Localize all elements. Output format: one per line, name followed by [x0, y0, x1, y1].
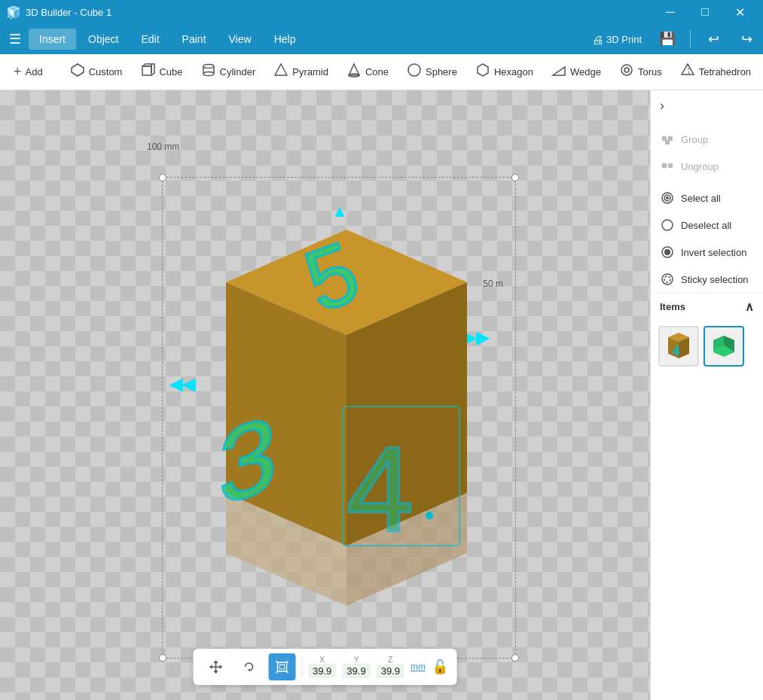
menu-view[interactable]: View [218, 29, 262, 50]
titlebar-controls: ─ □ ✕ [653, 0, 757, 24]
y-value: 39.9 [342, 664, 370, 678]
cone-icon [346, 62, 362, 81]
rotate-tool-button[interactable] [235, 653, 262, 680]
ungroup-button[interactable]: Ungroup [651, 153, 763, 180]
toolbar-pyramid[interactable]: Pyramid [266, 58, 336, 86]
menu-help[interactable]: Help [264, 29, 307, 50]
selection-handle-br[interactable] [511, 654, 519, 662]
svg-rect-37 [662, 163, 667, 168]
ungroup-label: Ungroup [681, 161, 719, 172]
maximize-button[interactable]: □ [688, 0, 722, 24]
redo-button[interactable]: ↪ [733, 29, 760, 50]
menu-edit[interactable]: Edit [130, 29, 169, 50]
sticky-selection-icon [660, 272, 675, 287]
titlebar-left: 🧊 3D Builder - Cube 1 [6, 5, 111, 20]
lock-button[interactable]: 🔓 [432, 659, 448, 675]
items-grid: 4 [651, 320, 763, 373]
ruler-horizontal: 100 mm [147, 142, 179, 152]
selection-handle-bl[interactable] [159, 654, 166, 662]
items-collapse-icon[interactable]: ∧ [745, 300, 754, 314]
scale-tool-button[interactable] [268, 653, 295, 680]
menu-insert[interactable]: Insert [29, 29, 76, 50]
sphere-label: Sphere [426, 66, 457, 78]
toolbar-cone[interactable]: Cone [339, 58, 396, 86]
group-icon [660, 132, 675, 147]
tetrahedron-icon [680, 62, 695, 81]
deselect-all-button[interactable]: Deselect all [651, 212, 763, 239]
minimize-button[interactable]: ─ [653, 0, 688, 24]
svg-point-45 [662, 274, 673, 285]
cube-container: 5 3 4 [162, 188, 516, 655]
toolbar-tetrahedron[interactable]: Tetrahedron [673, 58, 758, 86]
svg-marker-12 [478, 64, 488, 76]
deselect-all-label: Deselect all [681, 220, 731, 231]
svg-text:4: 4 [346, 422, 414, 556]
svg-marker-8 [275, 64, 287, 75]
deselect-all-icon [660, 218, 675, 233]
item-thumb-2[interactable] [703, 326, 744, 367]
torus-icon [619, 62, 634, 81]
add-label: Add [26, 66, 43, 78]
items-label: Items [660, 301, 685, 312]
group-button[interactable]: Group [651, 126, 763, 153]
sticky-selection-button[interactable]: Sticky selection [651, 266, 763, 293]
save-button[interactable]: 💾 [654, 29, 681, 50]
hexagon-label: Hexagon [494, 66, 533, 78]
ungroup-icon [660, 159, 675, 174]
toolbar-torus[interactable]: Torus [612, 58, 670, 86]
svg-line-31 [286, 661, 288, 662]
add-button[interactable]: + Add [6, 59, 50, 84]
select-all-icon [660, 190, 675, 205]
hexagon-icon [475, 62, 490, 81]
panel-section-group: Group Ungroup [651, 121, 763, 184]
main-area: 100 mm 50 m ▲ ▶▶ ◀◀ [0, 90, 763, 700]
selection-handle-tl[interactable] [159, 174, 166, 181]
toolbar-sphere[interactable]: Sphere [399, 58, 465, 86]
cube-icon [140, 62, 155, 81]
svg-point-42 [662, 220, 673, 230]
z-coord-group: Z 39.9 [377, 656, 404, 678]
hamburger-menu[interactable]: ☰ [3, 28, 27, 50]
svg-point-27 [426, 512, 433, 519]
svg-point-11 [408, 64, 420, 76]
svg-text:3: 3 [218, 391, 277, 528]
svg-point-41 [666, 196, 669, 199]
wedge-label: Wedge [570, 66, 601, 78]
canvas-area[interactable]: 100 mm 50 m ▲ ▶▶ ◀◀ [0, 90, 650, 700]
move-tool-button[interactable] [202, 653, 229, 680]
selection-handle-tr[interactable] [511, 174, 519, 181]
toolbar-wedge[interactable]: Wedge [544, 58, 609, 86]
menu-paint[interactable]: Paint [172, 29, 217, 50]
item-thumb-1[interactable]: 4 [658, 326, 699, 367]
toolbar-hexagon[interactable]: Hexagon [468, 58, 541, 86]
select-all-button[interactable]: Select all [651, 184, 763, 212]
z-label: Z [388, 656, 392, 664]
svg-marker-0 [72, 64, 84, 76]
x-label: X [319, 656, 325, 664]
y-coord-group: Y 39.9 [342, 656, 370, 678]
pyramid-icon [273, 62, 288, 81]
svg-rect-1 [142, 66, 151, 75]
toolbar-custom[interactable]: Custom [63, 58, 130, 86]
unit-label[interactable]: mm [410, 662, 426, 672]
close-button[interactable]: ✕ [722, 0, 757, 24]
titlebar: 🧊 3D Builder - Cube 1 ─ □ ✕ [0, 0, 763, 24]
toolbar-cylinder[interactable]: Cylinder [194, 58, 264, 86]
3dprint-button[interactable]: 🖨 3D Print [586, 30, 648, 49]
svg-line-33 [286, 671, 288, 673]
svg-line-32 [276, 671, 277, 673]
svg-point-7 [203, 72, 214, 76]
toolbar: + Add Custom Cube Cylinder Pyramid Cone [0, 54, 763, 90]
cone-label: Cone [365, 66, 389, 78]
torus-label: Torus [638, 66, 662, 78]
menubar-separator [690, 30, 691, 48]
x-coord-group: X 39.9 [308, 656, 336, 678]
menu-object[interactable]: Object [78, 29, 129, 50]
svg-point-4 [203, 65, 214, 68]
svg-point-44 [664, 249, 670, 255]
svg-point-46 [664, 276, 670, 282]
panel-collapse-button[interactable]: › [651, 90, 763, 121]
toolbar-cube[interactable]: Cube [133, 58, 190, 86]
invert-selection-button[interactable]: Invert selection [651, 239, 763, 266]
undo-button[interactable]: ↩ [700, 29, 727, 50]
